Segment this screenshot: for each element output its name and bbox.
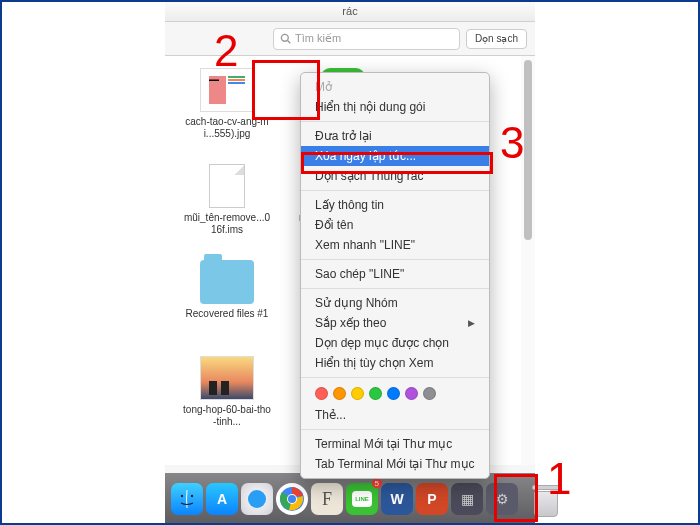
tag-blue[interactable] (387, 387, 400, 400)
scroll-thumb[interactable] (524, 60, 532, 240)
line-dock-icon[interactable]: LINE 5 (346, 483, 378, 515)
callout-2: 2 (214, 26, 238, 76)
menu-sort-by[interactable]: Sắp xếp theo ▶ (301, 313, 489, 333)
titlebar: rác (165, 0, 535, 22)
svg-line-1 (288, 41, 291, 44)
menu-delete-immediately[interactable]: Xóa ngay lập tức... (301, 146, 489, 166)
menu-copy[interactable]: Sao chép "LINE" (301, 264, 489, 284)
svg-point-4 (248, 490, 266, 508)
search-placeholder: Tìm kiếm (295, 32, 341, 45)
menu-show-view-options[interactable]: Hiển thị tùy chọn Xem (301, 353, 489, 373)
folder-icon (200, 260, 254, 304)
file-item[interactable]: tong-hop-60-bai-tho-tinh... (173, 356, 281, 428)
powerpoint-icon[interactable]: P (416, 483, 448, 515)
menu-new-terminal-tab[interactable]: Tab Terminal Mới tại Thư mục (301, 454, 489, 474)
menu-new-terminal[interactable]: Terminal Mới tại Thư mục (301, 434, 489, 454)
callout-1: 1 (547, 454, 571, 504)
trash-icon[interactable] (528, 479, 529, 519)
app-icon-1[interactable]: ▦ (451, 483, 483, 515)
chrome-logo-icon (279, 486, 305, 512)
tags-row (301, 382, 489, 405)
svg-point-0 (281, 34, 288, 41)
menu-separator (301, 121, 489, 122)
context-menu: Mở Hiển thị nội dung gói Đưa trở lại Xóa… (300, 72, 490, 479)
menu-separator (301, 190, 489, 191)
menu-put-back[interactable]: Đưa trở lại (301, 126, 489, 146)
appstore-icon[interactable]: A (206, 483, 238, 515)
menu-use-groups[interactable]: Sử dụng Nhóm (301, 293, 489, 313)
menu-separator (301, 377, 489, 378)
svg-point-3 (191, 495, 193, 497)
window-title: rác (342, 5, 357, 17)
menu-separator (301, 429, 489, 430)
menu-open[interactable]: Mở (301, 77, 489, 97)
submenu-arrow-icon: ▶ (468, 318, 475, 328)
compass-icon (246, 488, 268, 510)
menu-rename[interactable]: Đổi tên (301, 215, 489, 235)
chrome-icon[interactable] (276, 483, 308, 515)
menu-show-package[interactable]: Hiển thị nội dung gói (301, 97, 489, 117)
search-icon (280, 33, 291, 44)
menu-get-info[interactable]: Lấy thông tin (301, 195, 489, 215)
menu-clean-up-selection[interactable]: Dọn dẹp mục được chọn (301, 333, 489, 353)
callout-3: 3 (500, 118, 524, 168)
app-icon-2[interactable]: ⚙ (486, 483, 518, 515)
menu-empty-trash[interactable]: Dọn sạch Thùng rác (301, 166, 489, 186)
menu-separator (301, 288, 489, 289)
file-item[interactable]: ▬▬ cach-tao-cv-ang-mi...555).jpg (173, 68, 281, 140)
tag-gray[interactable] (423, 387, 436, 400)
menu-tags-more[interactable]: Thẻ... (301, 405, 489, 425)
menu-separator (301, 259, 489, 260)
search-input[interactable]: Tìm kiếm (273, 28, 460, 50)
tag-yellow[interactable] (351, 387, 364, 400)
empty-trash-button[interactable]: Dọn sạch (466, 29, 527, 49)
tag-red[interactable] (315, 387, 328, 400)
tag-orange[interactable] (333, 387, 346, 400)
badge: 5 (372, 479, 382, 488)
tag-purple[interactable] (405, 387, 418, 400)
file-label: tong-hop-60-bai-tho-tinh... (182, 404, 272, 428)
file-item[interactable]: Recovered files #1 (173, 260, 281, 332)
finder-face-icon (176, 488, 198, 510)
finder-icon[interactable] (171, 483, 203, 515)
file-thumbnail (200, 356, 254, 400)
file-label: mũi_tên-remove...016f.ims (182, 212, 272, 236)
svg-point-2 (181, 495, 183, 497)
safari-icon[interactable] (241, 483, 273, 515)
word-icon[interactable]: W (381, 483, 413, 515)
svg-point-7 (288, 495, 296, 503)
menu-label: Sắp xếp theo (315, 316, 386, 330)
file-label: Recovered files #1 (186, 308, 269, 320)
file-thumbnail (209, 164, 245, 208)
file-item[interactable]: mũi_tên-remove...016f.ims (173, 164, 281, 236)
tag-green[interactable] (369, 387, 382, 400)
file-label: cach-tao-cv-ang-mi...555).jpg (182, 116, 272, 140)
dock: A F LINE 5 W P ▦ ⚙ (165, 473, 535, 525)
fonts-icon[interactable]: F (311, 483, 343, 515)
menu-quick-look[interactable]: Xem nhanh "LINE" (301, 235, 489, 255)
